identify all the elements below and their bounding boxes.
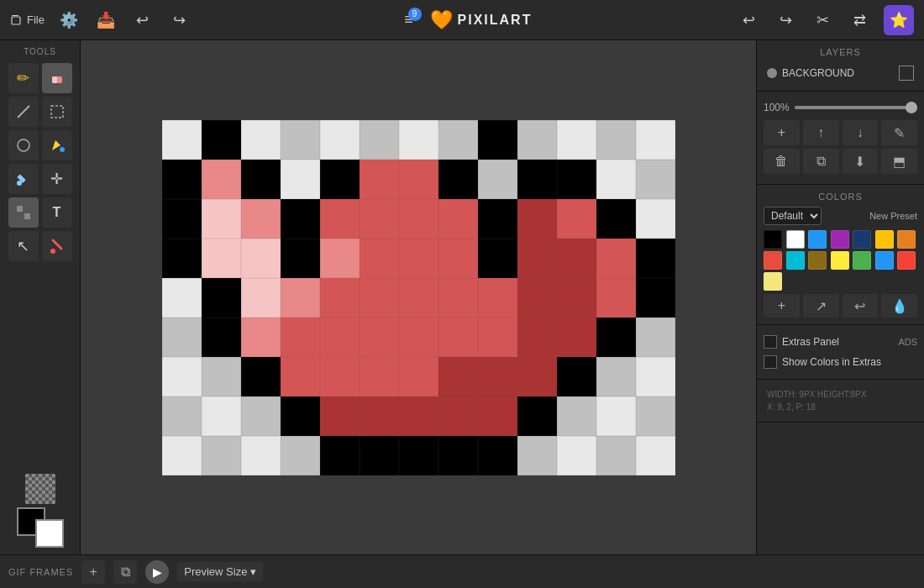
line-tool[interactable] — [8, 97, 39, 127]
cut-button[interactable]: ✂ — [810, 8, 835, 33]
svg-rect-13 — [24, 213, 30, 219]
colors-title: COLORS — [764, 192, 917, 202]
preview-size-arrow: ▾ — [250, 565, 256, 578]
extras-panel-checkbox[interactable] — [764, 335, 777, 349]
add-frame-btn[interactable]: + — [81, 560, 105, 584]
color-swatch-1[interactable] — [786, 230, 805, 249]
shuffle-button[interactable]: ⇄ — [847, 8, 872, 33]
fg-bg-swatches — [17, 507, 64, 548]
color-swatch-10[interactable] — [831, 251, 849, 270]
topbar-left: File ⚙️ 📥 ↩ ↪ — [10, 8, 192, 33]
add-color-btn[interactable]: + — [764, 294, 800, 318]
extras-section: Extras Panel ADS Show Colors in Extras — [757, 325, 924, 380]
svg-rect-1 — [12, 17, 20, 24]
delete-layer-btn[interactable]: 🗑 — [764, 149, 800, 174]
lock-layer-btn[interactable]: ⬒ — [881, 149, 917, 174]
svg-point-15 — [50, 249, 55, 254]
play-button[interactable]: ▶ — [145, 560, 169, 584]
svg-rect-3 — [52, 76, 57, 83]
duplicate-frame-btn[interactable]: ⧉ — [113, 560, 137, 584]
grid-tool[interactable] — [8, 197, 39, 228]
opacity-section: 100% + ↑ ↓ ✎ 🗑 ⧉ ⬇ ⬒ — [757, 92, 924, 185]
share-color-btn[interactable]: ↗ — [803, 294, 839, 318]
checker-tool[interactable] — [25, 474, 55, 504]
color-swatch-11[interactable] — [853, 251, 871, 270]
show-colors-checkbox[interactable] — [764, 355, 777, 369]
topbar: File ⚙️ 📥 ↩ ↪ ≡ 9 🧡 PIXILART ↩ ↪ ✂ ⇄ ⭐ — [0, 0, 924, 40]
dropper-color-btn[interactable]: 💧 — [881, 294, 917, 318]
tools-panel: TOOLS ✏ — [0, 40, 81, 554]
color-swatch-3[interactable] — [831, 230, 849, 249]
color-swatch-2[interactable] — [808, 230, 827, 249]
text-tool[interactable]: T — [42, 197, 72, 228]
color-swatch-12[interactable] — [875, 251, 894, 270]
undo-button[interactable]: ↩ — [130, 8, 155, 33]
topbar-right: ↩ ↪ ✂ ⇄ ⭐ — [736, 5, 914, 35]
canvas-info: WIDTH: 9PX HEIGHT:8PX X: 9, 2, P: 18 — [764, 386, 917, 415]
redo-button[interactable]: ↪ — [167, 8, 192, 33]
tool-row-4: ✛ — [8, 164, 72, 194]
move-layer-up-btn[interactable]: ↑ — [803, 120, 839, 145]
layer-visibility-dot[interactable] — [767, 68, 777, 78]
background-color[interactable] — [35, 519, 64, 548]
file-menu-button[interactable]: File — [10, 13, 45, 27]
app-name: PIXILART — [458, 13, 533, 28]
svg-rect-5 — [51, 106, 63, 118]
preset-select[interactable]: Default — [764, 207, 822, 225]
opacity-fill — [795, 106, 917, 109]
right-panel: LAYERS BACKGROUND 100% + ↑ ↓ ✎ — [756, 40, 924, 554]
opacity-track[interactable] — [795, 106, 917, 109]
layer-actions: + ↑ ↓ ✎ 🗑 ⧉ ⬇ ⬒ — [764, 117, 917, 177]
svg-rect-11 — [24, 206, 30, 212]
duplicate-layer-btn[interactable]: ⧉ — [803, 149, 839, 174]
topbar-center: ≡ 9 🧡 PIXILART — [204, 8, 724, 33]
new-preset-button[interactable]: New Preset — [869, 211, 917, 221]
move-layer-down-btn[interactable]: ↓ — [843, 120, 879, 145]
pointer-tool[interactable]: ↖ — [8, 231, 39, 261]
select-tool[interactable] — [42, 97, 72, 127]
svg-point-6 — [18, 139, 29, 151]
app-logo: 🧡 PIXILART — [430, 9, 533, 31]
layer-options-btn[interactable] — [899, 66, 914, 81]
color-swatch-9[interactable] — [808, 251, 827, 270]
color-swatch-14[interactable] — [764, 272, 782, 291]
undo-history-button[interactable]: ↩ — [736, 8, 761, 33]
redo-history-button[interactable]: ↪ — [773, 8, 798, 33]
eraser-tool[interactable] — [42, 63, 72, 93]
notif-badge: 9 — [408, 8, 422, 21]
circle-tool[interactable] — [8, 130, 39, 160]
premium-button[interactable]: ⭐ — [884, 5, 914, 35]
move-tool[interactable]: ✛ — [42, 164, 72, 194]
color-swatch-4[interactable] — [853, 230, 871, 249]
color-swatch-area — [17, 474, 64, 548]
color-swatch-13[interactable] — [897, 251, 916, 270]
canvas-area[interactable] — [81, 40, 756, 554]
svg-line-4 — [18, 106, 29, 118]
file-label: File — [27, 13, 45, 26]
opacity-thumb[interactable] — [906, 102, 917, 113]
eyedropper-tool[interactable] — [8, 164, 39, 194]
preview-size-btn[interactable]: Preview Size ▾ — [177, 562, 263, 581]
merge-layer-btn[interactable]: ⬇ — [843, 149, 879, 174]
color-swatch-5[interactable] — [875, 230, 894, 249]
tools-label: TOOLS — [24, 47, 56, 56]
brush-tool[interactable] — [42, 231, 72, 261]
opacity-value: 100% — [764, 102, 790, 113]
color-swatch-8[interactable] — [786, 251, 805, 270]
settings-button[interactable]: ⚙️ — [56, 8, 81, 33]
tool-row-6: ↖ — [8, 231, 72, 261]
color-swatch-7[interactable] — [764, 251, 782, 270]
undo-color-btn[interactable]: ↩ — [843, 294, 879, 318]
color-swatch-6[interactable] — [897, 230, 916, 249]
color-swatch-0[interactable] — [764, 230, 782, 249]
gif-frames-label: GIF FRAMES — [8, 567, 73, 577]
notifications-button[interactable]: ≡ 9 — [396, 8, 422, 33]
add-layer-btn[interactable]: + — [764, 120, 800, 145]
fill-tool[interactable] — [42, 130, 72, 160]
opacity-slider-row: 100% — [764, 98, 917, 117]
edit-layer-btn[interactable]: ✎ — [881, 120, 917, 145]
tool-row-3 — [8, 130, 72, 160]
download-button[interactable]: 📥 — [93, 8, 118, 33]
pixel-canvas[interactable] — [162, 120, 675, 475]
pencil-tool[interactable]: ✏ — [8, 63, 39, 93]
